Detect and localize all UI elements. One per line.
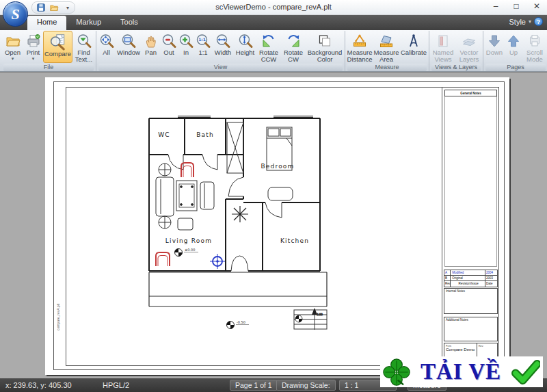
find-text-button[interactable]: Find Text... — [72, 31, 95, 63]
cursor-coordinates: x: 239.63, y: 405.30 — [5, 381, 72, 389]
zoom-in-icon — [178, 33, 194, 49]
group-label-views-layers: Views & Layers — [431, 64, 481, 71]
open-button[interactable]: Open ▾ — [2, 31, 23, 63]
plot-page: compare_revA.plt — [45, 77, 509, 375]
compare-diff-blue-target — [210, 254, 225, 269]
group-label-measure: Measure — [347, 64, 427, 71]
room-label-living-room: Living Room — [165, 237, 212, 244]
measure-distance-button[interactable]: Measure Distance — [346, 31, 373, 63]
page-indicator: Page 1 of 1 — [230, 380, 278, 391]
open-file-icon[interactable] — [49, 3, 59, 12]
page-down-button[interactable]: Down — [484, 31, 505, 63]
file-format-label: HPGL/2 — [103, 381, 129, 389]
rotate-ccw-button[interactable]: Rotate CCW — [256, 31, 281, 63]
notes-box-1: Internal Notes — [444, 288, 498, 314]
page-up-icon — [505, 33, 522, 49]
named-views-button[interactable]: Named Views — [430, 31, 456, 63]
plan-plant — [232, 206, 248, 222]
named-views-icon — [435, 33, 451, 49]
group-label-pages: Pages — [485, 64, 546, 71]
rotate-ccw-icon — [261, 33, 277, 49]
zoom-all-button[interactable]: All — [97, 31, 116, 63]
calibrate-icon — [405, 33, 422, 49]
floor-plan: 0.00 ±0.00 -0.50 — [142, 116, 328, 332]
clover-icon — [383, 358, 410, 387]
scroll-mode-icon — [526, 33, 543, 49]
window-title: scViewerDemo - compare_revA.plt — [0, 3, 547, 11]
close-button[interactable]: ✕ — [532, 1, 542, 11]
page-down-icon — [486, 33, 503, 49]
save-icon[interactable] — [36, 3, 46, 12]
open-icon — [5, 33, 21, 49]
find-text-icon — [76, 33, 92, 49]
plan-closet — [227, 122, 243, 173]
drawing-scale-label: Drawing Scale: — [276, 380, 336, 391]
tab-tools[interactable]: Tools — [111, 15, 148, 30]
zoom-all-icon — [98, 33, 115, 49]
zoom-out-button[interactable]: Out — [160, 31, 178, 63]
open-dropdown-arrow: ▾ — [12, 56, 14, 61]
compare-diff-red-chair-2 — [156, 252, 170, 266]
style-menu-arrow[interactable]: ▾ — [529, 18, 531, 25]
zoom-height-button[interactable]: Height — [234, 31, 256, 63]
quick-access-toolbar: ▾ — [31, 1, 75, 14]
zoom-window-button[interactable]: Window — [116, 31, 142, 63]
plan-stairs: 0.00 — [294, 308, 327, 330]
measure-area-icon — [378, 33, 395, 49]
plan-porch — [149, 272, 327, 306]
minimize-button[interactable]: – — [491, 1, 501, 11]
help-icon[interactable]: ? — [534, 17, 543, 26]
vector-layers-icon — [461, 33, 477, 49]
zoom-1to1-button[interactable]: 1:1 1:1 — [194, 31, 212, 63]
zoom-in-button[interactable]: In — [178, 31, 194, 63]
compare-button[interactable]: Compare — [43, 31, 72, 63]
vector-layers-button[interactable]: Vector Layers — [456, 31, 482, 63]
revision-row: B Original 2003 — [444, 276, 497, 281]
qat-dropdown-arrow[interactable]: ▾ — [66, 5, 69, 11]
svg-text:0.00: 0.00 — [317, 313, 323, 316]
plan-bench — [268, 187, 293, 200]
background-color-button[interactable]: Background Color — [306, 31, 344, 63]
plan-walls — [149, 118, 320, 271]
ribbon-group-view: All Window Pan — [96, 31, 345, 71]
drawing-canvas[interactable]: compare_revA.plt — [0, 72, 547, 378]
svg-text:±0.00: ±0.00 — [185, 248, 195, 252]
download-watermark: TẢI VỀ — [380, 356, 543, 387]
print-button[interactable]: Print ▾ — [23, 31, 43, 63]
watermark-text: TẢI VỀ — [421, 359, 501, 384]
window-controls: – □ ✕ — [491, 1, 542, 11]
room-label-wc: WC — [158, 131, 170, 138]
measure-distance-icon — [351, 33, 368, 49]
group-label-view: View — [98, 64, 343, 71]
ribbon-group-pages: Down Up Scroll M — [483, 31, 547, 71]
rotate-cw-button[interactable]: Rotate CW — [281, 31, 306, 63]
zoom-out-icon — [161, 33, 177, 49]
zoom-height-icon — [237, 33, 254, 49]
title-bar: scViewerDemo - compare_revA.plt ▾ – □ ✕ — [0, 0, 547, 15]
room-label-bath: Bath — [196, 131, 214, 138]
pan-button[interactable]: Pan — [142, 31, 160, 63]
maximize-button[interactable]: □ — [511, 1, 521, 11]
room-label-bedroom: Bedroom — [261, 163, 294, 170]
title-block: General Notes A Modified 2004 B Original… — [442, 88, 499, 366]
pan-hand-icon — [143, 33, 159, 49]
company-box: Firm Compare Demo Rev — [444, 343, 498, 357]
ribbon-group-file: Open ▾ Print ▾ — [1, 31, 96, 71]
plan-chair — [178, 218, 193, 230]
style-menu[interactable]: Style — [509, 18, 526, 26]
page-up-button[interactable]: Up — [505, 31, 522, 63]
checkmark-icon — [511, 359, 540, 385]
tab-markup[interactable]: Markup — [66, 15, 111, 30]
scroll-mode-button[interactable]: Scroll Mode — [522, 31, 547, 63]
tab-home[interactable]: Home — [27, 16, 66, 30]
measure-area-button[interactable]: Measure Area — [373, 31, 399, 63]
app-window: scViewerDemo - compare_revA.plt ▾ – □ ✕ … — [0, 0, 547, 392]
company-name: Compare Demo — [446, 348, 475, 352]
zoom-width-button[interactable]: Width — [212, 31, 234, 63]
app-logo-orb[interactable]: S — [3, 1, 28, 27]
calibrate-button[interactable]: Calibrate — [399, 31, 428, 63]
rotate-cw-icon — [285, 33, 302, 49]
zoom-window-icon — [120, 33, 137, 49]
svg-text:1:1: 1:1 — [198, 37, 206, 42]
print-icon — [25, 33, 42, 49]
